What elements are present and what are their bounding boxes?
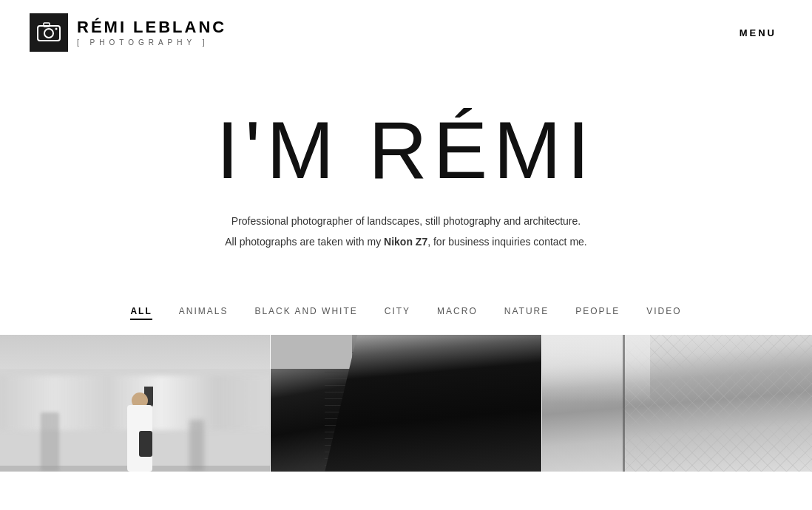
svg-rect-2 <box>44 23 50 27</box>
menu-button[interactable]: MENU <box>734 24 782 41</box>
svg-point-3 <box>55 28 58 30</box>
filter-all[interactable]: ALL <box>130 306 152 320</box>
site-title: RÉMI LEBLANC <box>77 18 226 36</box>
logo-icon <box>30 13 68 52</box>
hero-desc-2: All photographs are taken with my Nikon … <box>30 234 782 251</box>
hero-section: I'M RÉMI Professional photographer of la… <box>0 65 812 284</box>
camera-icon <box>36 20 61 45</box>
hero-camera: Nikon Z7 <box>384 236 427 248</box>
hero-desc-2-suffix: , for business inquiries contact me. <box>427 236 587 248</box>
logo-text: RÉMI LEBLANC [ PHOTOGRAPHY ] <box>77 18 226 46</box>
filter-video[interactable]: VIDEO <box>646 306 681 320</box>
filter-people[interactable]: PEOPLE <box>575 306 620 320</box>
gallery-item-2[interactable] <box>271 335 541 472</box>
filter-black-and-white[interactable]: BLACK AND WHITE <box>254 306 357 320</box>
logo-area: RÉMI LEBLANC [ PHOTOGRAPHY ] <box>30 13 226 52</box>
hero-title: I'M RÉMI <box>30 109 782 191</box>
dark-building-photo <box>271 335 541 472</box>
gallery-section <box>0 335 812 472</box>
subway-photo <box>0 335 270 472</box>
gallery-item-3[interactable] <box>542 335 812 472</box>
building-mesh <box>623 335 812 472</box>
hero-desc-1: Professional photographer of landscapes,… <box>30 213 782 231</box>
filter-city[interactable]: CITY <box>385 306 410 320</box>
svg-point-1 <box>44 29 53 38</box>
gallery-item-1[interactable] <box>0 335 270 472</box>
filter-nav: ALL ANIMALS BLACK AND WHITE CITY MACRO N… <box>0 284 812 335</box>
site-subtitle: [ PHOTOGRAPHY ] <box>77 38 226 47</box>
hero-desc-2-prefix: All photographs are taken with my <box>225 236 384 248</box>
filter-animals[interactable]: ANIMALS <box>179 306 229 320</box>
person-silhouette <box>121 375 158 472</box>
header: RÉMI LEBLANC [ PHOTOGRAPHY ] MENU <box>0 0 812 65</box>
city-buildings-photo <box>542 335 812 472</box>
filter-macro[interactable]: MACRO <box>437 306 478 320</box>
filter-nature[interactable]: NATURE <box>504 306 549 320</box>
